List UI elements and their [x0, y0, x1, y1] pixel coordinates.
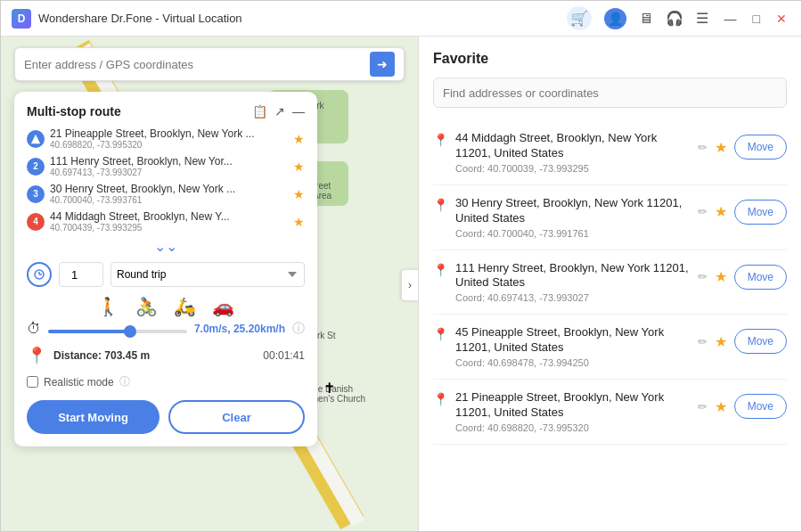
- fav-actions-2: ✏ ★ Move: [698, 200, 787, 225]
- fav-actions-4: ✏ ★ Move: [698, 329, 787, 354]
- close-button[interactable]: ✕: [773, 10, 790, 28]
- fav-name-4: 45 Pineapple Street, Brooklyn, New York …: [455, 325, 691, 356]
- stop-num-3: 3: [27, 185, 45, 203]
- route-stop-1: 21 Pineapple Street, Brooklyn, New York …: [27, 127, 305, 150]
- fav-edit-icon-1[interactable]: ✏: [698, 141, 708, 154]
- search-bar[interactable]: ➜: [14, 47, 405, 81]
- loop-clock-icon: [27, 262, 52, 287]
- title-left: D Wondershare Dr.Fone - Virtual Location: [12, 9, 242, 29]
- speed-info-icon[interactable]: ⓘ: [292, 321, 305, 337]
- stop-text-1: 21 Pineapple Street, Brooklyn, New York …: [50, 127, 288, 150]
- fav-actions-5: ✏ ★ Move: [698, 394, 787, 419]
- scooter-icon[interactable]: 🛵: [174, 296, 196, 317]
- fav-details-2: 30 Henry Street, Brooklyn, New York 1120…: [455, 196, 691, 239]
- route-stop-2: 2 111 Henry Street, Brooklyn, New Yor...…: [27, 155, 305, 177]
- controls-row: Round trip One way Infinite loop: [27, 262, 305, 287]
- expand-panel-arrow[interactable]: ›: [401, 269, 419, 301]
- export-route-icon[interactable]: ↗: [274, 104, 285, 119]
- fav-move-button-5[interactable]: Move: [734, 394, 787, 419]
- stop-num-2: 2: [27, 158, 45, 176]
- walk-icon[interactable]: 🚶: [97, 296, 119, 317]
- distance-value: Distance: 703.45 m: [53, 349, 256, 362]
- fav-edit-icon-4[interactable]: ✏: [698, 335, 708, 348]
- favorite-search-input[interactable]: [433, 78, 787, 108]
- maximize-button[interactable]: □: [749, 10, 764, 28]
- fav-star-2[interactable]: ★: [715, 203, 727, 220]
- start-moving-button[interactable]: Start Moving: [27, 400, 160, 434]
- search-input[interactable]: [24, 58, 370, 71]
- fav-details-4: 45 Pineapple Street, Brooklyn, New York …: [455, 325, 691, 368]
- realistic-mode-checkbox[interactable]: [27, 376, 38, 388]
- fav-move-button-3[interactable]: Move: [734, 265, 787, 290]
- bike-icon[interactable]: 🚴: [135, 296, 158, 317]
- stop-text-4: 44 Middagh Street, Brooklyn, New Y... 40…: [50, 210, 288, 233]
- speed-value: 7.0m/s, 25.20km/h: [194, 323, 285, 335]
- more-stops-arrow[interactable]: ⌄⌄: [27, 238, 305, 255]
- stop-star-3[interactable]: ★: [293, 187, 305, 201]
- distance-row: 📍 Distance: 703.45 m 00:01:41: [27, 346, 305, 365]
- route-stops: 21 Pineapple Street, Brooklyn, New York …: [27, 127, 305, 233]
- loop-count-input[interactable]: [59, 262, 103, 287]
- stop-coord-2: 40.697413, -73.993027: [50, 168, 288, 177]
- favorite-title: Favorite: [433, 51, 787, 67]
- stop-num-4: 4: [27, 213, 45, 231]
- fav-star-4[interactable]: ★: [715, 333, 727, 350]
- speed-slider-wrap: [48, 321, 187, 337]
- main-layout: Squibb Park Fruit StreetSitting Area Cla…: [1, 37, 801, 532]
- right-panel: Favorite 📍 44 Middagh Street, Brooklyn, …: [418, 37, 801, 532]
- car-icon[interactable]: 🚗: [212, 296, 234, 317]
- stop-star-4[interactable]: ★: [293, 215, 305, 229]
- fav-edit-icon-3[interactable]: ✏: [698, 270, 708, 283]
- fav-move-button-4[interactable]: Move: [734, 329, 787, 354]
- stop-num-1: [27, 130, 45, 148]
- fav-star-1[interactable]: ★: [715, 139, 727, 156]
- stop-star-1[interactable]: ★: [293, 132, 305, 146]
- fav-pin-icon-5: 📍: [433, 392, 448, 406]
- action-buttons: Start Moving Clear: [27, 400, 305, 434]
- clear-button[interactable]: Clear: [168, 400, 305, 434]
- stop-text-2: 111 Henry Street, Brooklyn, New Yor... 4…: [50, 155, 288, 177]
- fav-actions-1: ✏ ★ Move: [698, 135, 787, 160]
- speedometer-icon: ⏱: [27, 321, 41, 337]
- fav-coord-4: Coord: 40.698478, -73.994250: [455, 357, 691, 368]
- fav-edit-icon-5[interactable]: ✏: [698, 400, 708, 413]
- user-icon[interactable]: 👤: [604, 8, 626, 29]
- realistic-mode-row: Realistic mode ⓘ: [27, 374, 305, 389]
- monitor-icon[interactable]: 🖥: [639, 11, 653, 27]
- stop-name-4: 44 Middagh Street, Brooklyn, New Y...: [50, 210, 288, 223]
- minimize-button[interactable]: —: [721, 10, 741, 28]
- favorite-item-2: 📍 30 Henry Street, Brooklyn, New York 11…: [433, 185, 787, 250]
- stop-name-1: 21 Pineapple Street, Brooklyn, New York …: [50, 127, 288, 140]
- fav-pin-icon-1: 📍: [433, 133, 448, 147]
- stop-coord-3: 40.700040, -73.993761: [50, 195, 288, 205]
- route-panel-title: Multi-stop route: [27, 104, 121, 119]
- fav-details-3: 111 Henry Street, Brooklyn, New York 112…: [455, 261, 691, 304]
- stop-star-2[interactable]: ★: [293, 160, 305, 174]
- fav-pin-icon-2: 📍: [433, 198, 448, 212]
- app-title: Wondershare Dr.Fone - Virtual Location: [38, 12, 242, 25]
- fav-coord-3: Coord: 40.697413, -73.993027: [455, 292, 691, 303]
- cart-icon[interactable]: 🛒: [567, 6, 592, 30]
- add-route-icon[interactable]: 📋: [252, 104, 267, 119]
- stop-name-3: 30 Henry Street, Brooklyn, New York ...: [50, 183, 288, 195]
- fav-star-3[interactable]: ★: [715, 268, 727, 285]
- headphone-icon[interactable]: 🎧: [666, 10, 683, 27]
- fav-move-button-1[interactable]: Move: [734, 135, 787, 160]
- collapse-route-icon[interactable]: —: [292, 104, 305, 119]
- trip-mode-select[interactable]: Round trip One way Infinite loop: [110, 262, 305, 287]
- realistic-help-icon[interactable]: ⓘ: [119, 374, 130, 389]
- favorite-list: 📍 44 Middagh Street, Brooklyn, New York …: [433, 120, 787, 519]
- window-controls: — □ ✕: [721, 10, 790, 28]
- fav-coord-2: Coord: 40.700040, -73.991761: [455, 228, 691, 239]
- realistic-mode-label: Realistic mode: [44, 376, 114, 389]
- fav-pin-icon-3: 📍: [433, 263, 448, 277]
- menu-icon[interactable]: ☰: [696, 10, 708, 27]
- fav-move-button-2[interactable]: Move: [734, 200, 787, 225]
- transport-row: 🚶 🚴 🛵 🚗: [27, 296, 305, 317]
- svg-marker-0: [31, 134, 40, 143]
- fav-edit-icon-2[interactable]: ✏: [698, 205, 708, 218]
- title-bar: D Wondershare Dr.Fone - Virtual Location…: [1, 1, 801, 37]
- speed-slider[interactable]: [48, 330, 187, 333]
- search-go-button[interactable]: ➜: [370, 52, 395, 77]
- fav-star-5[interactable]: ★: [715, 398, 727, 415]
